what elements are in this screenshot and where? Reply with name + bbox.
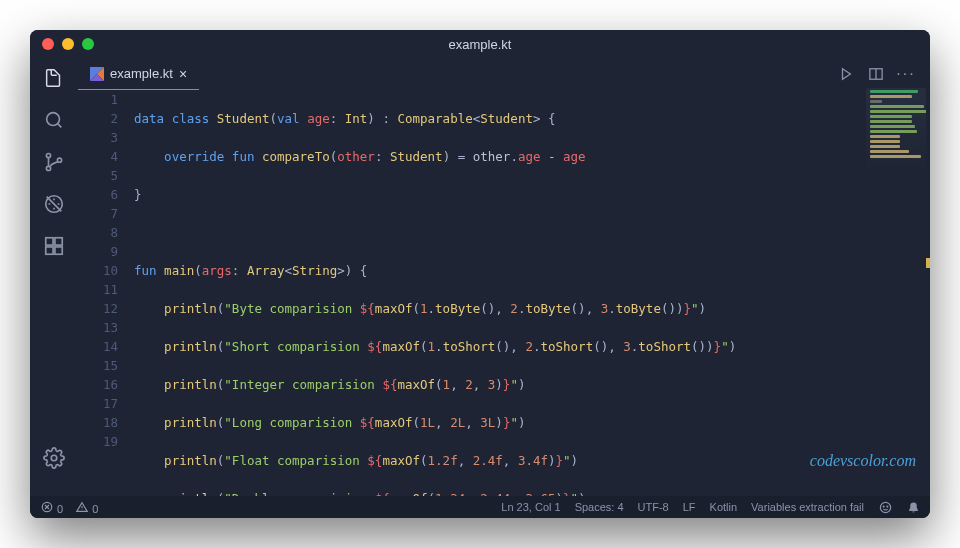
code-line: println("Integer comparision ${maxOf(1, … bbox=[134, 375, 922, 394]
debug-icon[interactable] bbox=[42, 192, 66, 216]
watermark: codevscolor.com bbox=[810, 452, 916, 470]
settings-gear-icon[interactable] bbox=[42, 446, 66, 470]
source-control-icon[interactable] bbox=[42, 150, 66, 174]
svg-rect-6 bbox=[55, 238, 62, 245]
svg-point-1 bbox=[46, 153, 50, 157]
tab-filename: example.kt bbox=[110, 66, 173, 81]
line-number: 15 bbox=[78, 356, 118, 375]
status-bar: 0 0 Ln 23, Col 1 Spaces: 4 UTF-8 LF Kotl… bbox=[30, 496, 930, 518]
editor-area: example.kt × ··· bbox=[78, 58, 930, 496]
svg-point-18 bbox=[883, 506, 884, 507]
svg-point-17 bbox=[880, 502, 890, 512]
status-errors[interactable]: 0 bbox=[40, 500, 63, 515]
svg-rect-8 bbox=[55, 247, 62, 254]
traffic-lights bbox=[42, 38, 94, 50]
svg-rect-5 bbox=[46, 238, 53, 245]
status-encoding[interactable]: UTF-8 bbox=[638, 501, 669, 513]
titlebar: example.kt bbox=[30, 30, 930, 58]
svg-point-3 bbox=[57, 158, 61, 162]
line-number: 12 bbox=[78, 299, 118, 318]
split-editor-icon[interactable] bbox=[868, 66, 884, 82]
tab-bar: example.kt × ··· bbox=[78, 58, 930, 90]
line-number: 3 bbox=[78, 128, 118, 147]
explorer-icon[interactable] bbox=[42, 66, 66, 90]
code-line: data class Student(val age: Int) : Compa… bbox=[134, 109, 922, 128]
svg-point-2 bbox=[46, 166, 50, 170]
code-line: } bbox=[134, 185, 922, 204]
status-warnings[interactable]: 0 bbox=[75, 500, 98, 515]
activity-bar bbox=[30, 58, 78, 496]
scroll-marker bbox=[926, 258, 930, 268]
status-message[interactable]: Variables extraction fail bbox=[751, 501, 864, 513]
main-area: example.kt × ··· bbox=[30, 58, 930, 496]
tab-close-icon[interactable]: × bbox=[179, 66, 187, 82]
line-number: 13 bbox=[78, 318, 118, 337]
status-line-col[interactable]: Ln 23, Col 1 bbox=[501, 501, 560, 513]
line-number: 17 bbox=[78, 394, 118, 413]
line-number: 6 bbox=[78, 185, 118, 204]
search-icon[interactable] bbox=[42, 108, 66, 132]
close-window-button[interactable] bbox=[42, 38, 54, 50]
editor-window: example.kt bbox=[30, 30, 930, 518]
code-line: override fun compareTo(other: Student) =… bbox=[134, 147, 922, 166]
run-icon[interactable] bbox=[838, 66, 854, 82]
code-line: println("Float comparision ${maxOf(1.2f,… bbox=[134, 451, 922, 470]
minimize-window-button[interactable] bbox=[62, 38, 74, 50]
line-number: 2 bbox=[78, 109, 118, 128]
code-line: fun main(args: Array<String>) { bbox=[134, 261, 922, 280]
code-line: println("Long comparision ${maxOf(1L, 2L… bbox=[134, 413, 922, 432]
code-line: println("Byte comparision ${maxOf(1.toBy… bbox=[134, 299, 922, 318]
code-editor[interactable]: 1 2 3 4 5 6 7 8 9 10 11 12 13 14 15 16 1… bbox=[78, 90, 930, 496]
code-line: println("Double comparision ${maxOf(1.34… bbox=[134, 489, 922, 496]
svg-point-0 bbox=[47, 113, 60, 126]
tab-example-kt[interactable]: example.kt × bbox=[78, 58, 199, 90]
line-number: 10 bbox=[78, 261, 118, 280]
kotlin-file-icon bbox=[90, 67, 104, 81]
status-eol[interactable]: LF bbox=[683, 501, 696, 513]
code-line: println("Short comparision ${maxOf(1.toS… bbox=[134, 337, 922, 356]
warning-icon bbox=[75, 500, 89, 514]
code-line bbox=[134, 223, 922, 242]
status-language[interactable]: Kotlin bbox=[710, 501, 738, 513]
line-number: 19 bbox=[78, 432, 118, 451]
editor-actions: ··· bbox=[838, 58, 930, 90]
line-number: 11 bbox=[78, 280, 118, 299]
line-number: 9 bbox=[78, 242, 118, 261]
code-content[interactable]: data class Student(val age: Int) : Compa… bbox=[134, 90, 930, 496]
line-number: 1 bbox=[78, 90, 118, 109]
more-actions-icon[interactable]: ··· bbox=[898, 66, 914, 82]
minimap[interactable] bbox=[866, 88, 926, 178]
error-icon bbox=[40, 500, 54, 514]
svg-point-9 bbox=[51, 455, 57, 461]
line-number: 4 bbox=[78, 147, 118, 166]
svg-rect-7 bbox=[46, 247, 53, 254]
extensions-icon[interactable] bbox=[42, 234, 66, 258]
line-number-gutter: 1 2 3 4 5 6 7 8 9 10 11 12 13 14 15 16 1… bbox=[78, 90, 134, 496]
line-number: 14 bbox=[78, 337, 118, 356]
svg-point-19 bbox=[886, 506, 887, 507]
line-number: 18 bbox=[78, 413, 118, 432]
line-number: 5 bbox=[78, 166, 118, 185]
window-title: example.kt bbox=[449, 37, 512, 52]
maximize-window-button[interactable] bbox=[82, 38, 94, 50]
feedback-icon[interactable] bbox=[878, 500, 892, 514]
svg-marker-13 bbox=[843, 69, 851, 80]
line-number: 16 bbox=[78, 375, 118, 394]
line-number: 8 bbox=[78, 223, 118, 242]
bell-icon[interactable] bbox=[906, 500, 920, 514]
status-spaces[interactable]: Spaces: 4 bbox=[575, 501, 624, 513]
line-number: 7 bbox=[78, 204, 118, 223]
